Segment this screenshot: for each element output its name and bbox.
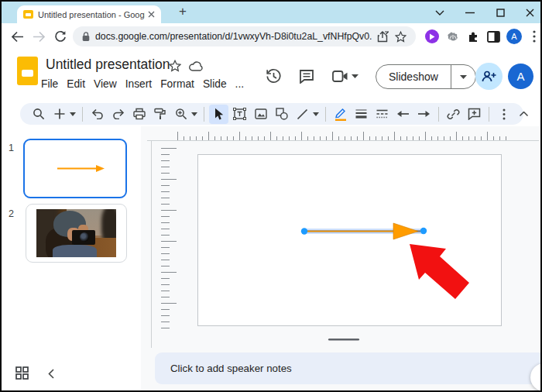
side-panel-button[interactable] [485, 28, 502, 45]
caret-down-icon [352, 74, 358, 78]
document-title[interactable]: Untitled presentation [46, 57, 170, 73]
zoom-button[interactable] [171, 105, 190, 124]
grid-view-button[interactable] [15, 366, 29, 380]
new-tab-button[interactable]: + [175, 3, 190, 20]
bookmark-star-icon[interactable] [395, 31, 406, 43]
main-area: 1 2 [2, 126, 540, 390]
star-doc-button[interactable] [169, 60, 181, 72]
shape-icon [276, 108, 288, 120]
slide-1-thumbnail[interactable] [23, 139, 127, 198]
insert-plus-button[interactable] [50, 105, 69, 124]
menu-edit[interactable]: Edit [67, 78, 85, 90]
line-end-button[interactable] [414, 105, 434, 124]
slide-2-thumbnail[interactable] [26, 204, 127, 263]
print-icon [133, 108, 146, 120]
speaker-notes-box[interactable]: Click to add speaker notes [155, 352, 542, 384]
window-maximize-button[interactable] [493, 5, 507, 19]
line-dash-button[interactable] [372, 105, 392, 124]
back-button[interactable] [8, 27, 26, 46]
puzzle-icon [467, 30, 479, 43]
insert-image-button[interactable] [251, 105, 270, 124]
account-avatar[interactable]: A [508, 64, 533, 89]
person-add-icon [482, 70, 496, 82]
selected-arrow-shape[interactable] [304, 223, 423, 239]
redo-button[interactable] [108, 105, 128, 124]
url-bar[interactable]: docs.google.com/presentation/d/1vwxyVh-D… [73, 26, 416, 46]
caret-down-icon [70, 112, 76, 116]
comments-button[interactable] [299, 69, 314, 84]
browser-menu-button[interactable] [526, 28, 542, 45]
insert-plus-dropdown[interactable] [68, 105, 77, 124]
paint-format-button[interactable] [150, 105, 170, 124]
star-icon [169, 60, 181, 72]
menu-view[interactable]: View [94, 78, 117, 90]
undo-button[interactable] [87, 105, 107, 124]
add-comment-button[interactable] [465, 105, 484, 124]
window-close-button[interactable] [523, 5, 537, 19]
three-dots-icon [533, 30, 536, 43]
meet-camera-button[interactable] [332, 70, 348, 82]
insert-line-button[interactable] [293, 105, 312, 124]
menu-insert[interactable]: Insert [125, 78, 153, 90]
filmstrip-collapse-button[interactable] [48, 369, 57, 380]
video-camera-icon [332, 70, 348, 82]
browser-tab[interactable]: Untitled presentation - Google Sl [17, 5, 161, 23]
chevron-left-icon [48, 369, 54, 379]
toolbar-more-button[interactable] [494, 105, 513, 124]
extension-hands-button[interactable] [444, 28, 461, 45]
select-tool-button[interactable] [209, 105, 228, 124]
extension-play-button[interactable] [424, 28, 441, 45]
zoom-dropdown[interactable] [190, 105, 199, 124]
reload-button[interactable] [51, 27, 70, 46]
share-button[interactable] [475, 63, 503, 90]
insert-shape-button[interactable] [272, 105, 291, 124]
cloud-saved-icon [189, 61, 204, 71]
browser-avatar[interactable]: A [506, 29, 522, 44]
collapse-menus-button[interactable] [514, 105, 533, 124]
line-start-button[interactable] [393, 105, 413, 124]
hands-extension-icon [447, 31, 460, 42]
text-box-button[interactable] [230, 105, 249, 124]
insert-link-button[interactable] [444, 105, 463, 124]
line-dash-icon [376, 108, 388, 119]
speaker-notes-placeholder: Click to add speaker notes [170, 363, 292, 374]
line-icon [297, 108, 308, 120]
search-tools-button[interactable] [29, 105, 48, 124]
notes-resize-handle[interactable] [328, 339, 359, 341]
menu-slide[interactable]: Slide [203, 78, 227, 90]
paint-roller-icon [154, 108, 166, 120]
tab-close-icon[interactable] [148, 11, 155, 18]
grid-view-icon [15, 366, 29, 380]
line-weight-button[interactable] [352, 105, 371, 124]
slideshow-dropdown-button[interactable] [451, 65, 475, 88]
menu-format[interactable]: Format [160, 78, 194, 90]
tab-title: Untitled presentation - Google Sl [38, 10, 145, 19]
menu-bar: File Edit View Insert Format Slide ... [41, 78, 244, 90]
insert-line-dropdown[interactable] [311, 105, 321, 124]
line-weight-icon [355, 108, 367, 119]
side-panel-icon [487, 31, 500, 43]
slides-logo-icon[interactable] [17, 57, 38, 85]
zoom-in-icon [175, 108, 187, 120]
window-chevron-down-icon[interactable] [433, 5, 447, 19]
line-end-handle[interactable] [420, 228, 427, 234]
extensions-menu-button[interactable] [465, 28, 482, 45]
version-history-button[interactable] [266, 68, 282, 84]
slideshow-button[interactable]: Slideshow [376, 65, 451, 88]
toolbar-separator [438, 107, 439, 122]
canvas-workspace[interactable]: Click to add speaker notes [141, 126, 540, 390]
menu-file[interactable]: File [41, 78, 58, 90]
share-page-icon[interactable] [377, 31, 389, 43]
forward-button[interactable] [29, 27, 48, 46]
window-minimize-button[interactable] [463, 5, 477, 19]
print-button[interactable] [129, 105, 149, 124]
meet-dropdown-button[interactable] [352, 74, 358, 78]
border-color-button[interactable] [331, 105, 350, 124]
cursor-icon [214, 108, 225, 121]
menu-overflow[interactable]: ... [235, 78, 245, 90]
line-start-handle[interactable] [301, 228, 307, 234]
thumbnail-arrow-shape [25, 140, 125, 196]
photographer-photo [36, 209, 116, 257]
text-box-icon [233, 108, 246, 120]
cloud-status-button[interactable] [189, 61, 204, 71]
